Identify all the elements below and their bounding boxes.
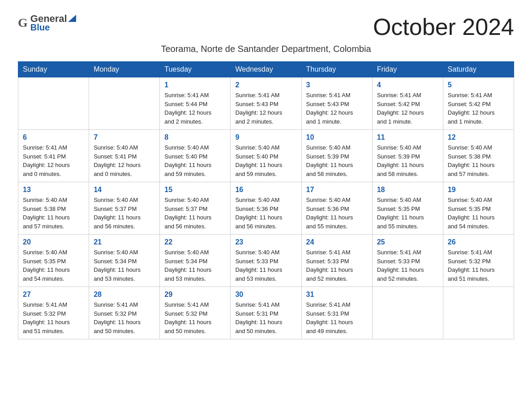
day-info: Sunrise: 5:41 AMSunset: 5:41 PMDaylight:… [23, 143, 84, 178]
calendar-cell [443, 287, 514, 339]
day-number: 22 [164, 238, 226, 246]
day-number: 27 [23, 291, 84, 299]
week-row-4: 20Sunrise: 5:40 AMSunset: 5:35 PMDayligh… [18, 235, 514, 287]
day-header-sunday: Sunday [18, 62, 89, 77]
day-info: Sunrise: 5:40 AMSunset: 5:35 PMDaylight:… [377, 196, 438, 231]
calendar-cell [89, 77, 160, 130]
day-number: 26 [448, 238, 509, 246]
day-info: Sunrise: 5:40 AMSunset: 5:39 PMDaylight:… [377, 143, 438, 178]
calendar-cell: 23Sunrise: 5:40 AMSunset: 5:33 PMDayligh… [231, 235, 301, 287]
day-number: 17 [306, 186, 368, 194]
day-number: 7 [94, 133, 155, 141]
day-info: Sunrise: 5:40 AMSunset: 5:35 PMDaylight:… [448, 196, 509, 231]
calendar-cell: 7Sunrise: 5:40 AMSunset: 5:41 PMDaylight… [89, 130, 160, 182]
day-number: 2 [235, 81, 296, 89]
day-info: Sunrise: 5:40 AMSunset: 5:38 PMDaylight:… [448, 143, 509, 178]
day-info: Sunrise: 5:41 AMSunset: 5:31 PMDaylight:… [235, 300, 296, 335]
day-info: Sunrise: 5:40 AMSunset: 5:36 PMDaylight:… [235, 196, 296, 231]
day-header-wednesday: Wednesday [231, 62, 301, 77]
day-number: 4 [377, 81, 438, 89]
day-number: 28 [94, 291, 155, 299]
calendar-cell: 25Sunrise: 5:41 AMSunset: 5:33 PMDayligh… [372, 235, 443, 287]
week-row-5: 27Sunrise: 5:41 AMSunset: 5:32 PMDayligh… [18, 287, 514, 339]
calendar-cell: 5Sunrise: 5:41 AMSunset: 5:42 PMDaylight… [443, 77, 514, 130]
day-number: 16 [235, 186, 296, 194]
day-info: Sunrise: 5:40 AMSunset: 5:41 PMDaylight:… [94, 143, 155, 178]
week-row-3: 13Sunrise: 5:40 AMSunset: 5:38 PMDayligh… [18, 182, 514, 235]
logo-g-letter: G [18, 16, 28, 30]
day-number: 21 [94, 238, 155, 246]
day-number: 10 [306, 133, 368, 141]
calendar-cell: 1Sunrise: 5:41 AMSunset: 5:44 PMDaylight… [160, 77, 231, 130]
calendar-cell: 28Sunrise: 5:41 AMSunset: 5:32 PMDayligh… [89, 287, 160, 339]
day-number: 29 [164, 291, 226, 299]
day-header-friday: Friday [372, 62, 443, 77]
calendar-cell: 21Sunrise: 5:40 AMSunset: 5:34 PMDayligh… [89, 235, 160, 287]
day-info: Sunrise: 5:41 AMSunset: 5:42 PMDaylight:… [377, 91, 438, 126]
day-number: 13 [23, 186, 84, 194]
day-number: 9 [235, 133, 296, 141]
day-info: Sunrise: 5:40 AMSunset: 5:34 PMDaylight:… [164, 248, 226, 283]
calendar-cell: 16Sunrise: 5:40 AMSunset: 5:36 PMDayligh… [231, 182, 301, 235]
day-info: Sunrise: 5:41 AMSunset: 5:32 PMDaylight:… [94, 300, 155, 335]
day-number: 14 [94, 186, 155, 194]
day-info: Sunrise: 5:41 AMSunset: 5:33 PMDaylight:… [306, 248, 368, 283]
day-header-saturday: Saturday [443, 62, 514, 77]
calendar-cell: 13Sunrise: 5:40 AMSunset: 5:38 PMDayligh… [18, 182, 89, 235]
day-info: Sunrise: 5:40 AMSunset: 5:36 PMDaylight:… [306, 196, 368, 231]
page-header: G General Blue October 2024 [18, 13, 514, 40]
day-number: 25 [377, 238, 438, 246]
day-info: Sunrise: 5:41 AMSunset: 5:44 PMDaylight:… [164, 91, 226, 126]
day-number: 6 [23, 133, 84, 141]
day-info: Sunrise: 5:40 AMSunset: 5:37 PMDaylight:… [164, 196, 226, 231]
calendar-cell [18, 77, 89, 130]
calendar-cell: 18Sunrise: 5:40 AMSunset: 5:35 PMDayligh… [372, 182, 443, 235]
day-info: Sunrise: 5:41 AMSunset: 5:32 PMDaylight:… [448, 248, 509, 283]
calendar-cell: 12Sunrise: 5:40 AMSunset: 5:38 PMDayligh… [443, 130, 514, 182]
day-number: 30 [235, 291, 296, 299]
calendar-cell: 24Sunrise: 5:41 AMSunset: 5:33 PMDayligh… [301, 235, 372, 287]
day-info: Sunrise: 5:40 AMSunset: 5:38 PMDaylight:… [23, 196, 84, 231]
calendar-cell: 4Sunrise: 5:41 AMSunset: 5:42 PMDaylight… [372, 77, 443, 130]
day-info: Sunrise: 5:40 AMSunset: 5:35 PMDaylight:… [23, 248, 84, 283]
day-info: Sunrise: 5:41 AMSunset: 5:43 PMDaylight:… [306, 91, 368, 126]
day-info: Sunrise: 5:41 AMSunset: 5:33 PMDaylight:… [377, 248, 438, 283]
day-info: Sunrise: 5:41 AMSunset: 5:32 PMDaylight:… [23, 300, 84, 335]
day-info: Sunrise: 5:40 AMSunset: 5:33 PMDaylight:… [235, 248, 296, 283]
calendar-cell: 15Sunrise: 5:40 AMSunset: 5:37 PMDayligh… [160, 182, 231, 235]
day-number: 31 [306, 291, 368, 299]
calendar-table: SundayMondayTuesdayWednesdayThursdayFrid… [18, 61, 514, 339]
day-number: 19 [448, 186, 509, 194]
day-header-thursday: Thursday [301, 62, 372, 77]
calendar-cell: 6Sunrise: 5:41 AMSunset: 5:41 PMDaylight… [18, 130, 89, 182]
week-row-1: 1Sunrise: 5:41 AMSunset: 5:44 PMDaylight… [18, 77, 514, 130]
day-number: 18 [377, 186, 438, 194]
day-number: 3 [306, 81, 368, 89]
calendar-cell: 19Sunrise: 5:40 AMSunset: 5:35 PMDayligh… [443, 182, 514, 235]
day-header-tuesday: Tuesday [160, 62, 231, 77]
day-info: Sunrise: 5:40 AMSunset: 5:37 PMDaylight:… [94, 196, 155, 231]
calendar-cell: 11Sunrise: 5:40 AMSunset: 5:39 PMDayligh… [372, 130, 443, 182]
day-number: 20 [23, 238, 84, 246]
day-number: 15 [164, 186, 226, 194]
day-info: Sunrise: 5:41 AMSunset: 5:31 PMDaylight:… [306, 300, 368, 335]
calendar-cell: 27Sunrise: 5:41 AMSunset: 5:32 PMDayligh… [18, 287, 89, 339]
day-number: 8 [164, 133, 226, 141]
svg-marker-0 [68, 15, 76, 22]
calendar-header-row: SundayMondayTuesdayWednesdayThursdayFrid… [18, 62, 514, 77]
logo-blue-text: Blue [30, 22, 76, 32]
day-number: 1 [164, 81, 226, 89]
day-number: 23 [235, 238, 296, 246]
location-title: Teorama, Norte de Santander Department, … [18, 44, 514, 54]
calendar-cell: 22Sunrise: 5:40 AMSunset: 5:34 PMDayligh… [160, 235, 231, 287]
calendar-cell: 20Sunrise: 5:40 AMSunset: 5:35 PMDayligh… [18, 235, 89, 287]
day-header-monday: Monday [89, 62, 160, 77]
day-number: 12 [448, 133, 509, 141]
calendar-cell: 2Sunrise: 5:41 AMSunset: 5:43 PMDaylight… [231, 77, 301, 130]
month-title: October 2024 [85, 13, 514, 40]
day-number: 24 [306, 238, 368, 246]
calendar-cell [372, 287, 443, 339]
logo-triangle-icon [68, 15, 76, 22]
day-info: Sunrise: 5:40 AMSunset: 5:40 PMDaylight:… [235, 143, 296, 178]
calendar-cell: 29Sunrise: 5:41 AMSunset: 5:32 PMDayligh… [160, 287, 231, 339]
